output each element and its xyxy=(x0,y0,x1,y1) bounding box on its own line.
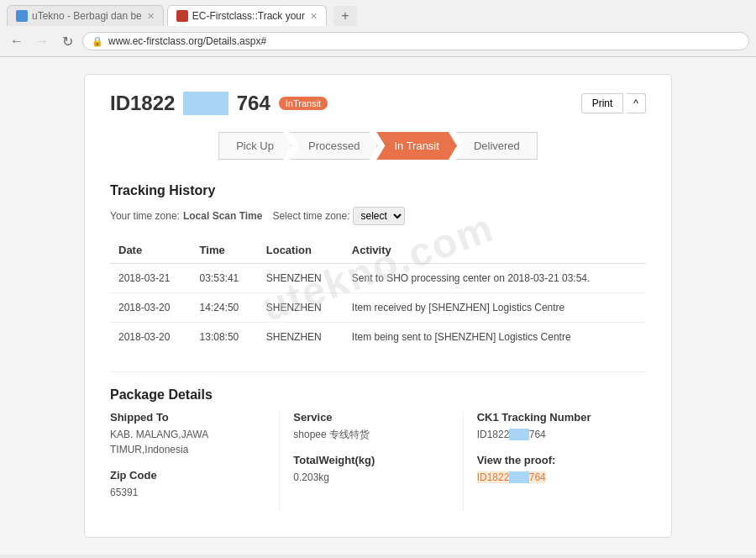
proof-suffix: 764 xyxy=(529,471,546,483)
tab-utekno[interactable]: uTekno - Berbagi dan be ✕ xyxy=(7,5,164,26)
row2-date: 2018-03-20 xyxy=(110,293,192,323)
select-label: Select time zone: xyxy=(272,210,349,222)
col-time: Time xyxy=(192,237,258,264)
package-col-1: Shipped To KAB. MALANG,JAWA TIMUR,Indone… xyxy=(110,411,280,512)
tab-ecfirstclass[interactable]: EC-Firstclass::Track your ✕ xyxy=(167,5,327,26)
print-button[interactable]: Print xyxy=(581,93,624,113)
tracking-header: ID1822 764 InTransit Print ^ xyxy=(110,92,646,115)
zipcode-label: Zip Code xyxy=(110,469,265,482)
timezone-value: Local Scan Time xyxy=(183,210,262,222)
forward-button[interactable]: → xyxy=(32,31,52,51)
service-label: Service xyxy=(293,411,449,424)
row3-location: SHENZHEN xyxy=(258,323,344,352)
col-location: Location xyxy=(258,237,344,264)
ck1-suffix: 764 xyxy=(529,429,546,440)
tracking-id-suffix: 764 xyxy=(237,92,270,115)
new-tab-button[interactable]: + xyxy=(333,6,357,26)
tracking-history-section: utekno.com Tracking History Your time zo… xyxy=(110,183,646,351)
new-tab-icon: + xyxy=(341,8,349,24)
step-label-pickup: Pick Up xyxy=(218,132,291,160)
tracking-table-header-row: Date Time Location Activity xyxy=(110,237,646,264)
shipped-to-value: KAB. MALANG,JAWA TIMUR,Indonesia xyxy=(110,427,265,457)
step-label-delivered: Delivered xyxy=(456,132,538,160)
col-date: Date xyxy=(110,237,192,264)
browser-chrome: uTekno - Berbagi dan be ✕ EC-Firstclass:… xyxy=(0,0,756,57)
step-label-intransit: In Transit xyxy=(376,132,456,160)
content-box: ID1822 764 InTransit Print ^ Pick Up Pro… xyxy=(84,74,672,538)
col-activity: Activity xyxy=(344,237,646,264)
back-button[interactable]: ← xyxy=(7,31,27,51)
row1-date: 2018-03-21 xyxy=(110,264,192,293)
lock-icon: 🔒 xyxy=(92,36,103,47)
timezone-select[interactable]: select xyxy=(353,207,405,225)
table-row: 2018-03-21 03:53:41 SHENZHEN Sent to SHO… xyxy=(110,264,646,293)
tracking-history-title: Tracking History xyxy=(110,183,646,198)
address-bar[interactable]: 🔒 www.ec-firstclass.org/Details.aspx# xyxy=(82,32,749,50)
collapse-button[interactable]: ^ xyxy=(627,93,646,113)
url-text: www.ec-firstclass.org/Details.aspx# xyxy=(108,35,266,47)
step-label-processed: Processed xyxy=(291,132,377,160)
row1-location: SHENZHEN xyxy=(258,264,344,293)
ck1-value: ID1822 764 xyxy=(477,427,633,442)
row3-activity: Item being sent to [SHENZHEN] Logistics … xyxy=(344,323,646,352)
tab-title-ecfirstclass: EC-Firstclass::Track your xyxy=(192,10,305,22)
step-intransit: In Transit xyxy=(377,132,456,160)
browser-titlebar: uTekno - Berbagi dan be ✕ EC-Firstclass:… xyxy=(0,0,756,26)
proof-prefix: ID1822 xyxy=(477,471,510,483)
package-details-title: Package Details xyxy=(110,387,646,403)
tab-favicon-utekno xyxy=(16,10,28,22)
weight-value: 0.203kg xyxy=(293,470,449,485)
proof-middle xyxy=(509,471,528,483)
package-details-section: Package Details Shipped To KAB. MALANG,J… xyxy=(110,371,646,512)
step-pickup: Pick Up xyxy=(218,132,291,160)
proof-value: ID1822 764 xyxy=(477,470,633,485)
tab-close-ecfirstclass[interactable]: ✕ xyxy=(310,11,318,22)
zipcode-value: 65391 xyxy=(110,485,265,500)
timezone-row: Your time zone: Local Scan Time Select t… xyxy=(110,207,646,225)
tab-close-utekno[interactable]: ✕ xyxy=(147,11,155,22)
row2-activity: Item received by [SHENZHEN] Logistics Ce… xyxy=(344,293,646,323)
package-col-3: CK1 Tracking Number ID1822 764 View the … xyxy=(464,411,646,512)
tracking-table-body: 2018-03-21 03:53:41 SHENZHEN Sent to SHO… xyxy=(110,264,646,352)
intransit-badge: InTransit xyxy=(279,97,328,110)
table-row: 2018-03-20 14:24:50 SHENZHEN Item receiv… xyxy=(110,293,646,323)
tracking-id-prefix: ID1822 xyxy=(110,92,175,115)
row1-time: 03:53:41 xyxy=(192,264,258,293)
proof-link[interactable]: ID1822 764 xyxy=(477,471,546,483)
table-row: 2018-03-20 13:08:50 SHENZHEN Item being … xyxy=(110,323,646,352)
ck1-prefix: ID1822 xyxy=(477,429,510,440)
tab-title-utekno: uTekno - Berbagi dan be xyxy=(32,10,142,22)
refresh-button[interactable]: ↻ xyxy=(57,31,77,51)
tab-favicon-ecfirstclass xyxy=(176,10,188,22)
ck1-label: CK1 Tracking Number xyxy=(477,411,633,424)
row2-location: SHENZHEN xyxy=(258,293,344,323)
row3-date: 2018-03-20 xyxy=(110,323,192,352)
page-wrapper: ID1822 764 InTransit Print ^ Pick Up Pro… xyxy=(0,57,756,555)
step-delivered: Delivered xyxy=(457,132,538,160)
tracking-table: Date Time Location Activity 2018-03-21 0… xyxy=(110,237,646,351)
browser-toolbar: ← → ↻ 🔒 www.ec-firstclass.org/Details.as… xyxy=(0,26,756,56)
progress-steps: Pick Up Processed In Transit Delivered xyxy=(110,132,646,160)
package-col-2: Service shopee 专线特货 TotalWeight(kg) 0.20… xyxy=(280,411,463,512)
row2-time: 14:24:50 xyxy=(192,293,258,323)
weight-label: TotalWeight(kg) xyxy=(293,454,449,466)
package-details-grid: Shipped To KAB. MALANG,JAWA TIMUR,Indone… xyxy=(110,411,646,512)
row3-time: 13:08:50 xyxy=(192,323,258,352)
header-right: Print ^ xyxy=(581,93,646,113)
row1-activity: Sent to SHO processing center on 2018-03… xyxy=(344,264,646,293)
service-value: shopee 专线特货 xyxy=(293,427,449,442)
proof-label: View the proof: xyxy=(477,454,633,466)
timezone-label: Your time zone: xyxy=(110,210,180,222)
tracking-id-middle xyxy=(183,92,228,115)
step-processed: Processed xyxy=(291,132,377,160)
ck1-middle xyxy=(509,429,528,440)
tracking-table-header: Date Time Location Activity xyxy=(110,237,646,264)
shipped-to-label: Shipped To xyxy=(110,411,265,424)
tracking-id: ID1822 764 InTransit xyxy=(110,92,328,115)
